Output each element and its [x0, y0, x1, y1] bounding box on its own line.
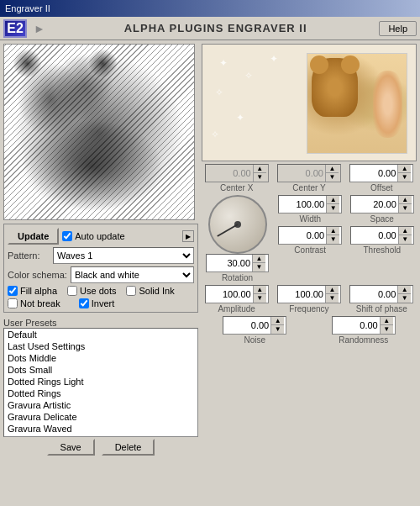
- toolbar: E2 ► ALPHA PLUGINS ENGRAVER II Help: [0, 17, 420, 40]
- invert-label[interactable]: Invert: [79, 298, 115, 308]
- color-schema-select[interactable]: Black and white Color Grayscale: [71, 266, 194, 283]
- frequency-spinner-buttons: ▲ ▼: [325, 286, 339, 303]
- shift-phase-input[interactable]: [350, 286, 397, 303]
- noise-input[interactable]: [223, 317, 270, 334]
- fill-alpha-label[interactable]: Fill alpha: [8, 286, 57, 296]
- contrast-spinner-buttons: ▲ ▼: [326, 227, 339, 244]
- rotation-up[interactable]: ▲: [253, 255, 265, 263]
- solid-ink-checkbox[interactable]: [126, 286, 136, 296]
- center-y-up[interactable]: ▲: [326, 165, 339, 173]
- noise-random-row: ▲ ▼ Noise ▲ ▼ Randomness: [202, 316, 417, 345]
- randomness-down[interactable]: ▼: [381, 325, 393, 334]
- checkboxes-row-2: Not break Invert: [8, 298, 194, 308]
- space-input[interactable]: [351, 196, 398, 213]
- offset-up[interactable]: ▲: [398, 165, 411, 173]
- randomness-param: ▲ ▼ Randomness: [311, 316, 417, 345]
- list-item[interactable]: Huge Fill Mask: [4, 435, 197, 437]
- solid-ink-label[interactable]: Solid Ink: [126, 286, 174, 296]
- update-button[interactable]: Update: [8, 228, 59, 245]
- rotation-row: ▲ ▼ Rotation ▲ ▼: [202, 195, 417, 282]
- space-spinner: ▲ ▼: [350, 195, 414, 213]
- not-break-label[interactable]: Not break: [8, 298, 60, 308]
- use-dots-text: Use dots: [80, 286, 116, 296]
- threshold-down[interactable]: ▼: [399, 235, 412, 244]
- list-item[interactable]: Gravura Artistic: [4, 399, 197, 411]
- use-dots-checkbox[interactable]: [67, 286, 77, 296]
- center-x-down[interactable]: ▼: [254, 173, 266, 182]
- shift-phase-label: Shift of phase: [356, 304, 407, 314]
- threshold-param: ▲ ▼ Threshold: [348, 226, 417, 255]
- center-x-up[interactable]: ▲: [254, 165, 266, 173]
- list-item[interactable]: Dotted Rings Light: [4, 376, 197, 387]
- toolbar-arrow-icon: ►: [34, 22, 45, 35]
- space-up[interactable]: ▲: [399, 196, 412, 204]
- rotation-down[interactable]: ▼: [253, 263, 265, 271]
- frequency-label: Frequency: [289, 304, 328, 314]
- list-item[interactable]: Default: [4, 329, 197, 340]
- sparkle-icon: ✦: [270, 53, 278, 65]
- fill-alpha-checkbox[interactable]: [8, 286, 18, 296]
- update-icon[interactable]: ▶: [182, 230, 194, 242]
- noise-spinner: ▲ ▼: [223, 316, 286, 335]
- list-item[interactable]: Dots Small: [4, 364, 197, 376]
- list-item[interactable]: Last Used Settings: [4, 340, 197, 352]
- engraved-preview: [3, 44, 195, 220]
- randomness-input[interactable]: [333, 317, 380, 334]
- shift-phase-up[interactable]: ▲: [398, 286, 411, 294]
- width-label: Width: [299, 214, 321, 224]
- frequency-input[interactable]: [278, 286, 325, 303]
- offset-input[interactable]: [350, 165, 397, 182]
- contrast-input[interactable]: [279, 227, 326, 244]
- threshold-up[interactable]: ▲: [399, 227, 412, 235]
- original-image: [307, 53, 407, 154]
- color-schema-label: Color schema:: [8, 270, 67, 280]
- center-y-input[interactable]: [278, 165, 325, 182]
- contrast-up[interactable]: ▲: [327, 227, 339, 235]
- presets-list[interactable]: Default Last Used Settings Dots Middle D…: [3, 328, 198, 437]
- center-y-down[interactable]: ▼: [326, 173, 339, 182]
- contrast-down[interactable]: ▼: [327, 235, 339, 244]
- auto-update-checkbox[interactable]: [62, 231, 72, 241]
- pattern-select[interactable]: Waves 1 Waves 2 Dots Lines: [53, 247, 194, 264]
- delete-button[interactable]: Delete: [102, 439, 155, 456]
- not-break-checkbox[interactable]: [8, 298, 18, 308]
- noise-down[interactable]: ▼: [271, 325, 284, 334]
- dial-circle[interactable]: [208, 195, 267, 254]
- width-input[interactable]: [279, 196, 326, 213]
- rotation-dial[interactable]: [208, 195, 267, 254]
- width-down[interactable]: ▼: [327, 204, 339, 213]
- width-up[interactable]: ▲: [327, 196, 339, 204]
- frequency-down[interactable]: ▼: [326, 294, 339, 303]
- amplitude-up[interactable]: ▲: [254, 286, 266, 294]
- offset-down[interactable]: ▼: [398, 173, 411, 182]
- pattern-row: Pattern: Waves 1 Waves 2 Dots Lines: [8, 247, 194, 264]
- save-button[interactable]: Save: [47, 439, 95, 456]
- space-down[interactable]: ▼: [399, 204, 412, 213]
- help-button[interactable]: Help: [379, 21, 417, 36]
- noise-spinner-buttons: ▲ ▼: [270, 317, 284, 334]
- shift-phase-down[interactable]: ▼: [398, 294, 411, 303]
- list-item[interactable]: Dotted Rings: [4, 387, 197, 399]
- frequency-up[interactable]: ▲: [326, 286, 339, 294]
- width-param: ▲ ▼ Width: [276, 195, 345, 224]
- threshold-input[interactable]: [351, 227, 398, 244]
- bear-girl-image: [307, 54, 407, 153]
- amplitude-input[interactable]: [206, 286, 253, 303]
- top-params-row: ▲ ▼ Center X ▲ ▼ Center Y: [202, 164, 417, 192]
- rotation-input[interactable]: [207, 255, 252, 271]
- list-item[interactable]: Dots Middle: [4, 352, 197, 364]
- list-item[interactable]: Gravura Delicate: [4, 411, 197, 423]
- list-item[interactable]: Gravura Waved: [4, 423, 197, 435]
- center-x-input[interactable]: [206, 165, 253, 182]
- use-dots-label[interactable]: Use dots: [67, 286, 116, 296]
- randomness-up[interactable]: ▲: [381, 317, 393, 325]
- noise-up[interactable]: ▲: [271, 317, 284, 325]
- shift-phase-spinner-buttons: ▲ ▼: [397, 286, 411, 303]
- auto-update-label[interactable]: Auto update: [62, 231, 124, 241]
- amplitude-down[interactable]: ▼: [254, 294, 266, 303]
- space-label: Space: [370, 214, 394, 224]
- invert-checkbox[interactable]: [79, 298, 89, 308]
- width-spinner-buttons: ▲ ▼: [326, 196, 339, 213]
- offset-spinner: ▲ ▼: [349, 164, 413, 182]
- threshold-spinner-buttons: ▲ ▼: [398, 227, 412, 244]
